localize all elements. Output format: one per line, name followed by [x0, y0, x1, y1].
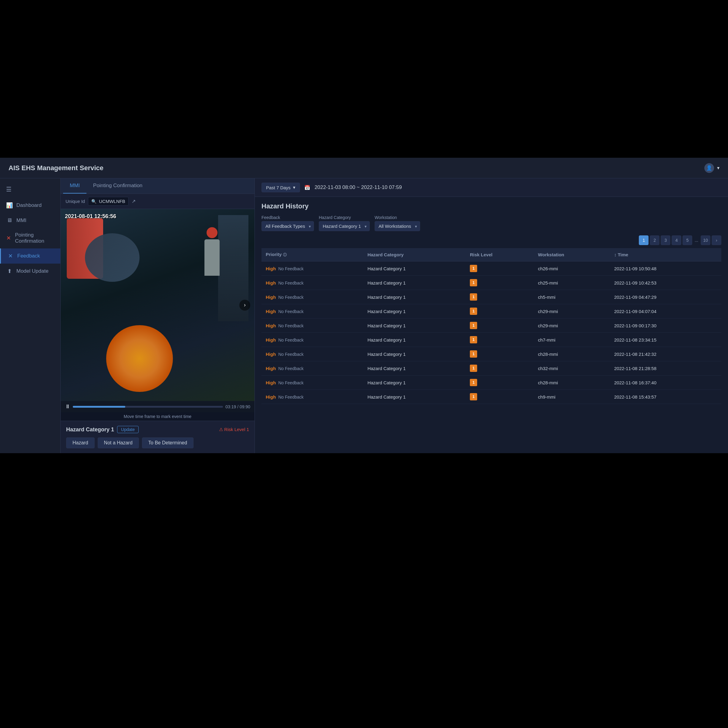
page-4-button[interactable]: 4	[671, 236, 681, 245]
calendar-icon[interactable]: 📅	[304, 185, 310, 191]
sidebar-item-mmi[interactable]: 🖥 MMI	[0, 213, 60, 228]
hazard-category-select[interactable]: Hazard Category 1	[319, 221, 370, 231]
hazard-table: Priority ⓘ Hazard Category Risk Level Wo…	[262, 248, 721, 404]
table-scroll[interactable]: Priority ⓘ Hazard Category Risk Level Wo…	[262, 248, 721, 453]
worker-body	[205, 239, 220, 276]
col-workstation: Workstation	[534, 248, 610, 262]
table-row[interactable]: High No Feedback Hazard Category 1 1 ch2…	[262, 347, 721, 361]
hamburger-menu[interactable]: ☰	[0, 183, 60, 198]
content-area: MMI Pointing Confirmation Unique Id 🔍 UC…	[61, 178, 728, 453]
video-progress-fill	[73, 406, 125, 408]
feedback-filter-group: Feedback All Feedback Types	[262, 215, 314, 231]
cell-time: 2022-11-09 04:47:29	[610, 290, 721, 304]
cell-hazard-category: Hazard Category 1	[363, 390, 466, 404]
table-row[interactable]: High No Feedback Hazard Category 1 1 ch2…	[262, 276, 721, 290]
hazard-history-title: Hazard History	[262, 202, 721, 210]
cell-time: 2022-11-08 15:43:57	[610, 390, 721, 404]
sidebar-item-pointing-confirmation[interactable]: ✕ Pointing Confirmation	[0, 228, 60, 248]
user-icon[interactable]: 👤	[704, 163, 714, 173]
cell-risk-level: 1	[466, 290, 534, 304]
table-row[interactable]: High No Feedback Hazard Category 1 1 ch2…	[262, 376, 721, 390]
page-3-button[interactable]: 3	[661, 236, 670, 245]
tab-mmi[interactable]: MMI	[63, 178, 86, 194]
sidebar-item-model-update[interactable]: ⬆ Model Update	[0, 264, 60, 279]
video-next-arrow[interactable]: ›	[239, 300, 250, 310]
workstation-select[interactable]: All Workstations	[375, 221, 420, 231]
bottom-black-bar	[0, 453, 728, 728]
update-button[interactable]: Update	[117, 426, 139, 433]
video-hint: Move time frame to mark event time	[61, 412, 254, 421]
video-controls: ⏸ 03:19 / 09:90	[61, 401, 254, 412]
feedback-select[interactable]: All Feedback Types	[262, 221, 314, 231]
cell-workstation: ch29-mmi	[534, 318, 610, 333]
page-2-button[interactable]: 2	[650, 236, 659, 245]
sidebar-label-mmi: MMI	[16, 217, 26, 223]
cell-risk-level: 1	[466, 361, 534, 376]
table-row[interactable]: High No Feedback Hazard Category 1 1 ch2…	[262, 304, 721, 318]
cell-time: 2022-11-08 16:37:40	[610, 376, 721, 390]
user-dropdown-icon[interactable]: ▾	[717, 165, 719, 171]
pause-button[interactable]: ⏸	[65, 404, 70, 410]
to-be-determined-button[interactable]: To Be Determined	[142, 437, 194, 448]
external-link-icon[interactable]: ↗	[132, 198, 136, 204]
page-1-button[interactable]: 1	[639, 236, 648, 245]
video-progress-bar[interactable]	[73, 406, 223, 408]
table-row[interactable]: High No Feedback Hazard Category 1 1 ch5…	[262, 290, 721, 304]
cell-priority: High No Feedback	[262, 290, 363, 304]
col-time[interactable]: ↕ Time	[610, 248, 721, 262]
table-row[interactable]: High No Feedback Hazard Category 1 1 ch9…	[262, 390, 721, 404]
cell-workstation: ch28-mmi	[534, 347, 610, 361]
header-bar: AIS EHS Management Service 👤 ▾	[0, 158, 728, 178]
cell-hazard-category: Hazard Category 1	[363, 304, 466, 318]
feedback-filter-label: Feedback	[262, 215, 314, 220]
cell-hazard-category: Hazard Category 1	[363, 347, 466, 361]
dashboard-icon: 📊	[6, 202, 13, 209]
machine-gear	[106, 325, 173, 392]
table-row[interactable]: High No Feedback Hazard Category 1 1 ch7…	[262, 333, 721, 347]
cell-workstation: ch26-mmi	[534, 262, 610, 276]
user-menu[interactable]: 👤 ▾	[704, 163, 719, 173]
sidebar-item-feedback[interactable]: ✕ Feedback	[0, 248, 60, 264]
cell-workstation: ch5-mmi	[534, 290, 610, 304]
page-10-button[interactable]: 10	[701, 236, 710, 245]
cell-workstation: ch29-mmi	[534, 304, 610, 318]
table-row[interactable]: High No Feedback Hazard Category 1 1 ch3…	[262, 361, 721, 376]
worker-head	[206, 227, 217, 238]
right-panel: Past 7 Days ▾ 📅 2022-11-03 08:00 ~ 2022-…	[255, 178, 728, 453]
period-select[interactable]: Past 7 Days ▾	[262, 183, 300, 192]
period-label: Past 7 Days	[266, 185, 291, 190]
not-a-hazard-button[interactable]: Not a Hazard	[98, 437, 139, 448]
app-wrapper: AIS EHS Management Service 👤 ▾ ☰ 📊 Dashb…	[0, 158, 728, 728]
cell-priority: High No Feedback	[262, 361, 363, 376]
tabs-bar: MMI Pointing Confirmation	[61, 178, 254, 194]
cell-time: 2022-11-08 23:34:15	[610, 333, 721, 347]
cell-hazard-category: Hazard Category 1	[363, 276, 466, 290]
cell-hazard-category: Hazard Category 1	[363, 333, 466, 347]
cell-time: 2022-11-09 10:42:53	[610, 276, 721, 290]
page-5-button[interactable]: 5	[682, 236, 692, 245]
cell-risk-level: 1	[466, 347, 534, 361]
cell-risk-level: 1	[466, 276, 534, 290]
unique-id-value: UCMWLNFB	[99, 199, 125, 204]
table-row[interactable]: High No Feedback Hazard Category 1 1 ch2…	[262, 262, 721, 276]
hazard-category-filter-group: Hazard Category Hazard Category 1	[319, 215, 370, 231]
pagination-next[interactable]: ›	[712, 236, 721, 245]
hazard-button[interactable]: Hazard	[66, 437, 95, 448]
unique-id-input[interactable]: 🔍 UCMWLNFB	[88, 197, 128, 206]
video-time-display: 03:19 / 09:90	[225, 404, 250, 409]
cell-hazard-category: Hazard Category 1	[363, 361, 466, 376]
search-icon: 🔍	[91, 199, 96, 204]
main-layout: ☰ 📊 Dashboard 🖥 MMI ✕ Pointing Confirmat…	[0, 178, 728, 453]
top-black-bar	[0, 0, 728, 158]
table-row[interactable]: High No Feedback Hazard Category 1 1 ch2…	[262, 318, 721, 333]
cell-time: 2022-11-08 21:28:58	[610, 361, 721, 376]
cell-risk-level: 1	[466, 376, 534, 390]
sidebar-item-dashboard[interactable]: 📊 Dashboard	[0, 198, 60, 213]
cell-priority: High No Feedback	[262, 376, 363, 390]
cell-workstation: ch28-mmi	[534, 376, 610, 390]
pagination-dots: ...	[693, 238, 699, 243]
tab-pointing-confirmation[interactable]: Pointing Confirmation	[86, 178, 149, 194]
filters-row: Feedback All Feedback Types Hazard Categ…	[262, 215, 721, 231]
sidebar-label-dashboard: Dashboard	[16, 202, 41, 208]
cell-hazard-category: Hazard Category 1	[363, 376, 466, 390]
